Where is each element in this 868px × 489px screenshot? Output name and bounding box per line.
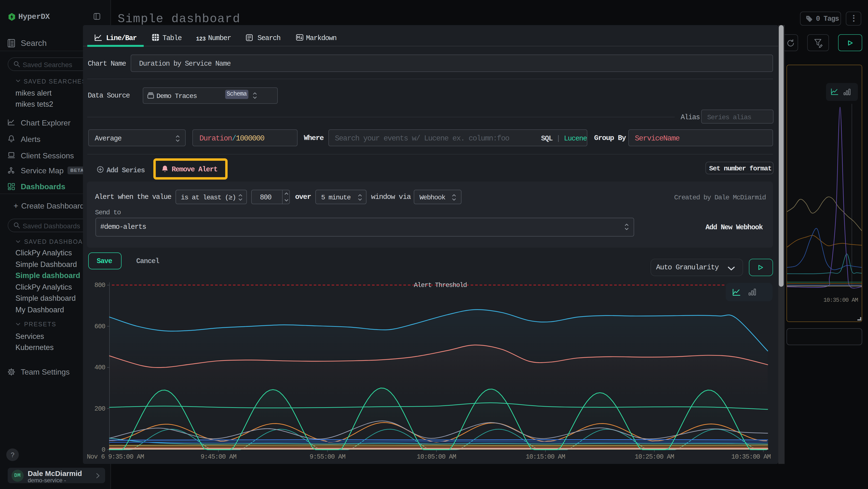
svg-text:10:25:00 AM: 10:25:00 AM (634, 453, 674, 460)
svg-text:10:05:00 AM: 10:05:00 AM (416, 453, 456, 460)
svg-text:10:15:00 AM: 10:15:00 AM (526, 453, 565, 460)
svg-text:Alert Threshold: Alert Threshold (413, 282, 466, 289)
svg-text:Nov 6 9:35:00 AM: Nov 6 9:35:00 AM (87, 453, 144, 460)
svg-text:10:35:00 AM: 10:35:00 AM (731, 453, 770, 460)
svg-text:800: 800 (94, 282, 105, 289)
svg-text:200: 200 (94, 405, 105, 412)
svg-text:400: 400 (94, 364, 105, 371)
svg-text:9:45:00 AM: 9:45:00 AM (200, 453, 236, 460)
svg-text:9:55:00 AM: 9:55:00 AM (309, 453, 345, 460)
svg-text:0: 0 (101, 446, 105, 453)
svg-text:600: 600 (94, 323, 105, 330)
